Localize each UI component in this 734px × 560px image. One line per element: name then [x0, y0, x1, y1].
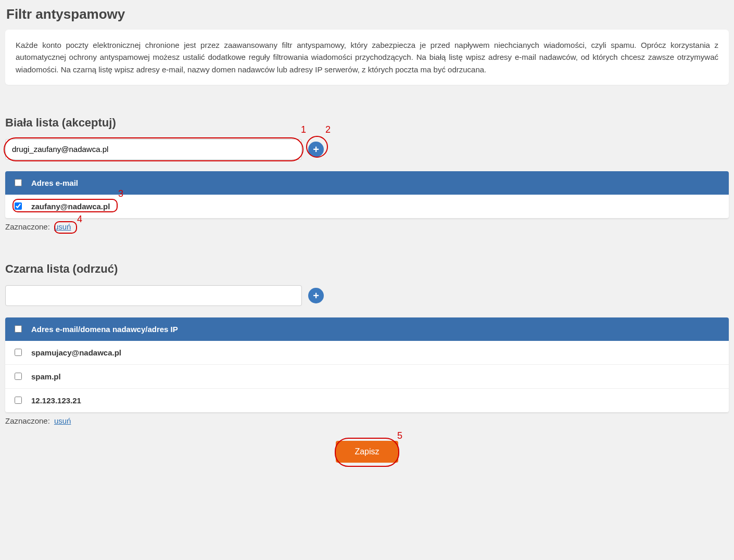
whitelist-selected-line: Zaznaczone: usuń 4	[5, 222, 729, 231]
blacklist-item-value: 12.123.123.21	[31, 396, 81, 405]
plus-icon: +	[313, 144, 319, 155]
annotation-number-4: 4	[77, 214, 82, 225]
blacklist-item-value: spamujacy@nadawca.pl	[31, 348, 121, 357]
whitelist-header-label: Adres e-mail	[31, 179, 78, 187]
table-row: spamujacy@nadawca.pl	[5, 341, 729, 365]
blacklist-input[interactable]	[5, 285, 302, 306]
blacklist-selected-line: Zaznaczone: usuń	[5, 416, 729, 425]
annotation-number-2: 2	[325, 124, 331, 135]
blacklist-select-all-checkbox[interactable]	[15, 325, 22, 333]
page-title: Filtr antyspamowy	[5, 0, 729, 30]
whitelist-input[interactable]	[5, 139, 302, 160]
blacklist-table: Adres e-mail/domena nadawcy/adres IP spa…	[5, 317, 729, 412]
save-button[interactable]: Zapisz	[336, 441, 398, 463]
blacklist-selected-label: Zaznaczone:	[5, 416, 50, 425]
whitelist-delete-link[interactable]: usuń	[54, 222, 71, 231]
whitelist-add-button[interactable]: +	[308, 142, 324, 157]
blacklist-item-checkbox[interactable]	[15, 397, 22, 404]
description-card: Każde konto poczty elektronicznej chroni…	[5, 30, 729, 85]
whitelist-title: Biała lista (akceptuj)	[5, 116, 729, 130]
annotation-number-3: 3	[118, 188, 123, 199]
whitelist-item-checkbox[interactable]	[15, 202, 22, 210]
blacklist-item-checkbox[interactable]	[15, 373, 22, 380]
blacklist-add-button[interactable]: +	[308, 288, 324, 303]
blacklist-delete-link[interactable]: usuń	[54, 416, 71, 425]
blacklist-title: Czarna lista (odrzuć)	[5, 262, 729, 276]
annotation-number-1: 1	[301, 124, 306, 135]
whitelist-table: Adres e-mail zaufany@nadawca.pl 3	[5, 171, 729, 218]
blacklist-header-label: Adres e-mail/domena nadawcy/adres IP	[31, 325, 178, 334]
description-text: Każde konto poczty elektronicznej chroni…	[16, 39, 718, 75]
blacklist-item-checkbox[interactable]	[15, 349, 22, 356]
whitelist-item-value: zaufany@nadawca.pl	[31, 202, 110, 211]
table-row: zaufany@nadawca.pl 3	[5, 195, 729, 218]
plus-icon: +	[313, 290, 319, 301]
whitelist-select-all-checkbox[interactable]	[15, 179, 22, 186]
table-row: spam.pl	[5, 365, 729, 389]
whitelist-table-header: Adres e-mail	[5, 171, 729, 195]
blacklist-item-value: spam.pl	[31, 372, 61, 381]
whitelist-selected-label: Zaznaczone:	[5, 222, 50, 231]
annotation-number-5: 5	[397, 430, 402, 441]
table-row: 12.123.123.21	[5, 389, 729, 412]
blacklist-table-header: Adres e-mail/domena nadawcy/adres IP	[5, 317, 729, 341]
